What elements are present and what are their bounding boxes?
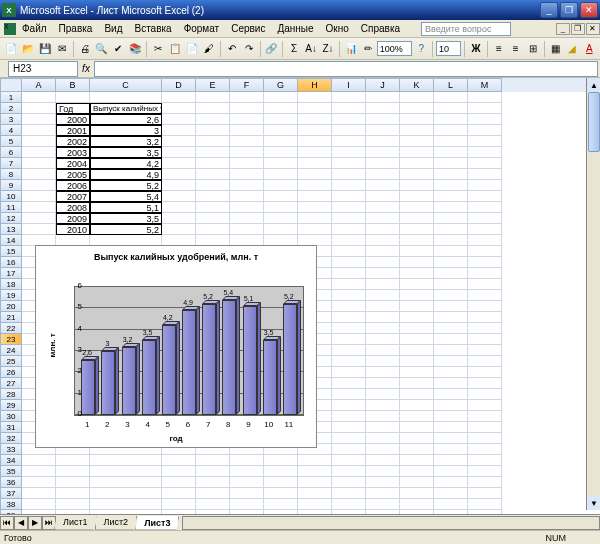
cell[interactable]: 5,1 (90, 202, 162, 213)
research-icon[interactable]: 📚 (127, 40, 143, 58)
cell[interactable] (434, 158, 468, 169)
row-header[interactable]: 31 (0, 422, 22, 433)
cell[interactable]: 2010 (56, 224, 90, 235)
cell[interactable] (230, 103, 264, 114)
undo-icon[interactable]: ↶ (224, 40, 240, 58)
cell[interactable] (468, 334, 502, 345)
menu-edit[interactable]: Правка (53, 21, 99, 36)
cell[interactable] (162, 466, 196, 477)
cell[interactable] (332, 158, 366, 169)
cell[interactable] (162, 147, 196, 158)
menu-insert[interactable]: Вставка (128, 21, 177, 36)
cell[interactable] (230, 136, 264, 147)
cell[interactable] (366, 499, 400, 510)
cell[interactable] (366, 114, 400, 125)
cell[interactable] (468, 257, 502, 268)
cell[interactable] (22, 125, 56, 136)
cell[interactable] (434, 191, 468, 202)
cell[interactable] (400, 433, 434, 444)
cell[interactable] (400, 334, 434, 345)
bold-icon[interactable]: Ж (468, 40, 484, 58)
cell[interactable] (22, 158, 56, 169)
autosum-icon[interactable]: Σ (286, 40, 302, 58)
cell[interactable] (332, 466, 366, 477)
row-header[interactable]: 22 (0, 323, 22, 334)
cell[interactable]: 2001 (56, 125, 90, 136)
cell[interactable] (434, 334, 468, 345)
cell[interactable] (90, 92, 162, 103)
cell[interactable] (434, 499, 468, 510)
cell[interactable]: 5,2 (90, 224, 162, 235)
row-header[interactable]: 20 (0, 301, 22, 312)
cell[interactable] (230, 92, 264, 103)
cell[interactable] (468, 158, 502, 169)
cell[interactable] (332, 246, 366, 257)
cell[interactable] (366, 411, 400, 422)
cell[interactable]: 5,4 (90, 191, 162, 202)
cell[interactable] (400, 202, 434, 213)
cell[interactable] (468, 356, 502, 367)
column-header[interactable]: M (468, 78, 502, 92)
cell[interactable] (22, 180, 56, 191)
row-header[interactable]: 9 (0, 180, 22, 191)
cell[interactable] (332, 312, 366, 323)
cell[interactable] (434, 312, 468, 323)
cell[interactable] (400, 136, 434, 147)
cell[interactable] (366, 191, 400, 202)
row-header[interactable]: 21 (0, 312, 22, 323)
cell[interactable] (298, 180, 332, 191)
fill-color-icon[interactable]: ◢ (564, 40, 580, 58)
cell[interactable]: 2004 (56, 158, 90, 169)
cell[interactable] (434, 147, 468, 158)
cell[interactable] (400, 169, 434, 180)
cell[interactable] (366, 169, 400, 180)
cell[interactable] (298, 158, 332, 169)
cell[interactable] (332, 147, 366, 158)
cell[interactable] (434, 301, 468, 312)
cell[interactable] (332, 378, 366, 389)
cell[interactable] (400, 147, 434, 158)
cell[interactable] (366, 136, 400, 147)
cell[interactable] (434, 422, 468, 433)
cell[interactable] (264, 213, 298, 224)
scroll-thumb[interactable] (588, 92, 600, 152)
cell[interactable] (400, 389, 434, 400)
cell[interactable] (400, 103, 434, 114)
cell[interactable] (264, 477, 298, 488)
cell[interactable] (468, 202, 502, 213)
cell[interactable] (366, 334, 400, 345)
row-header[interactable]: 18 (0, 279, 22, 290)
cell[interactable] (22, 114, 56, 125)
cell[interactable] (366, 213, 400, 224)
cell[interactable] (366, 356, 400, 367)
tab-next-button[interactable]: ▶ (28, 516, 42, 530)
cell[interactable] (366, 477, 400, 488)
cell[interactable] (22, 147, 56, 158)
borders-icon[interactable]: ▦ (547, 40, 563, 58)
cell[interactable] (400, 499, 434, 510)
cell[interactable] (400, 466, 434, 477)
cell[interactable] (298, 488, 332, 499)
cell[interactable] (366, 400, 400, 411)
cell[interactable] (332, 125, 366, 136)
help-search-input[interactable]: Введите вопрос (421, 22, 511, 36)
cell[interactable] (434, 378, 468, 389)
cell[interactable] (22, 499, 56, 510)
cell[interactable] (298, 466, 332, 477)
link-icon[interactable]: 🔗 (263, 40, 279, 58)
preview-icon[interactable]: 🔍 (93, 40, 109, 58)
cell[interactable]: 3,5 (90, 147, 162, 158)
cell[interactable]: 2005 (56, 169, 90, 180)
cell[interactable] (400, 411, 434, 422)
cell[interactable] (366, 246, 400, 257)
cell[interactable] (298, 136, 332, 147)
cell[interactable] (264, 125, 298, 136)
cell[interactable] (196, 466, 230, 477)
cell[interactable] (196, 488, 230, 499)
cell[interactable] (434, 477, 468, 488)
cell[interactable] (264, 158, 298, 169)
cell[interactable] (22, 213, 56, 224)
cell[interactable] (162, 103, 196, 114)
cell[interactable] (230, 488, 264, 499)
cell[interactable] (434, 411, 468, 422)
